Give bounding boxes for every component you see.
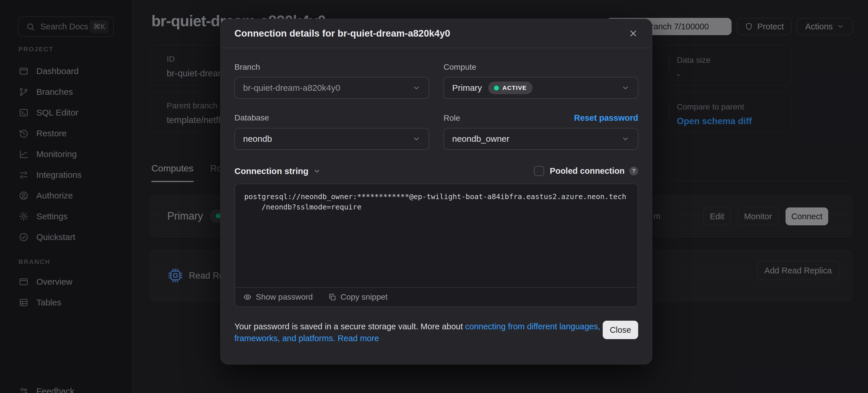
code-footer: Show password Copy snippet <box>235 287 638 306</box>
branch-select[interactable]: br-quiet-dream-a820k4y0 <box>235 77 429 99</box>
pooled-connection-group: Pooled connection ? <box>534 166 638 176</box>
modal-header: Connection details for br-quiet-dream-a8… <box>221 19 652 48</box>
chevron-down-icon <box>412 84 421 92</box>
modal-title: Connection details for br-quiet-dream-a8… <box>235 28 450 39</box>
password-vault-note: Your password is saved in a secure stora… <box>235 321 601 344</box>
eye-icon <box>243 293 252 301</box>
help-icon[interactable]: ? <box>629 167 638 175</box>
chevron-down-icon <box>412 135 421 143</box>
chevron-down-icon <box>621 84 629 92</box>
modal-footer: Your password is saved in a secure stora… <box>235 321 638 344</box>
copy-snippet-button[interactable]: Copy snippet <box>328 292 388 302</box>
compute-select[interactable]: Primary ACTIVE <box>443 77 638 99</box>
connection-details-modal: Connection details for br-quiet-dream-a8… <box>220 19 652 364</box>
read-more-link[interactable]: Read more <box>338 334 379 343</box>
role-field-label: Role <box>443 113 460 123</box>
pooled-connection-label: Pooled connection <box>550 166 625 176</box>
connecting-docs-link[interactable]: connecting from different <box>465 322 557 331</box>
connection-string-block: postgresql://neondb_owner:************@e… <box>235 184 638 307</box>
status-dot <box>494 86 499 91</box>
connection-string-toggle[interactable]: Connection string <box>235 166 321 176</box>
neon-console-page: Search Docs ⌘K PROJECT Dashboard Branche… <box>0 0 868 393</box>
chevron-down-icon <box>621 135 629 143</box>
database-select[interactable]: neondb <box>235 128 429 150</box>
chevron-down-icon <box>313 167 321 175</box>
role-select[interactable]: neondb_owner <box>443 128 638 150</box>
reset-password-link[interactable]: Reset password <box>574 113 638 123</box>
database-field-label: Database <box>235 113 429 123</box>
copy-icon <box>328 293 337 301</box>
compute-field-label: Compute <box>443 63 638 72</box>
show-password-button[interactable]: Show password <box>243 292 313 302</box>
connection-string-text[interactable]: postgresql://neondb_owner:************@e… <box>235 184 638 287</box>
close-icon[interactable] <box>628 29 638 38</box>
pooled-connection-checkbox[interactable] <box>534 166 544 176</box>
close-button[interactable]: Close <box>603 321 638 339</box>
active-status-badge: ACTIVE <box>488 81 532 94</box>
branch-field-label: Branch <box>235 63 429 72</box>
modal-body: Branch Compute br-quiet-dream-a820k4y0 P… <box>221 63 652 344</box>
